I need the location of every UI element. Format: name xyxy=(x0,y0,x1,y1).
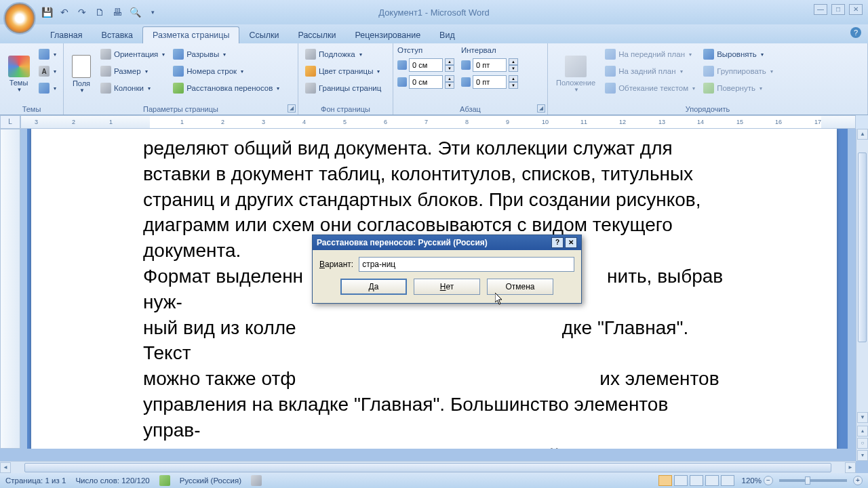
align-button[interactable]: Выровнять▾ xyxy=(701,46,776,62)
view-draft[interactable] xyxy=(721,475,734,486)
spacing-after-input[interactable] xyxy=(473,75,507,89)
bring-front-button[interactable]: На передний план▾ xyxy=(602,46,698,62)
no-button[interactable]: Нет xyxy=(414,279,480,295)
vertical-scrollbar[interactable]: ▲ ▼ ▴ ○ ▾ xyxy=(856,129,868,461)
indent-label: Отступ xyxy=(397,46,454,54)
view-print-layout[interactable] xyxy=(658,475,672,486)
qat-undo[interactable]: ↶ xyxy=(58,6,71,18)
qat-customize[interactable]: ▾ xyxy=(146,6,159,18)
status-proofing-icon[interactable] xyxy=(159,475,170,486)
theme-fonts-button[interactable]: A▾ xyxy=(36,63,59,79)
dialog-close-button[interactable]: ✕ xyxy=(565,237,577,248)
paragraph-dialog-launcher[interactable]: ◢ xyxy=(537,104,545,113)
browse-object-button[interactable]: ○ xyxy=(857,438,868,449)
close-button[interactable]: ✕ xyxy=(849,4,863,15)
spacing-before-spinner[interactable]: ▲▼ xyxy=(461,57,518,73)
wrap-button[interactable]: Обтекание текстом▾ xyxy=(602,80,698,96)
ruler-corner[interactable]: L xyxy=(0,115,20,129)
status-page[interactable]: Страница: 1 из 1 xyxy=(5,476,66,485)
indent-left-icon xyxy=(397,60,407,70)
send-back-button[interactable]: На задний план▾ xyxy=(602,63,698,79)
qat-save[interactable]: 💾 xyxy=(41,6,53,18)
browse-next-button[interactable]: ▾ xyxy=(857,450,868,461)
rotate-icon xyxy=(703,83,714,94)
indent-left-input[interactable] xyxy=(409,58,443,72)
theme-effects-button[interactable]: ▾ xyxy=(36,80,59,96)
breaks-button[interactable]: Разрывы▾ xyxy=(170,46,282,62)
tab-insert[interactable]: Вставка xyxy=(92,27,142,43)
horizontal-scrollbar[interactable]: ◄ ► xyxy=(0,461,856,473)
theme-colors-button[interactable]: ▾ xyxy=(36,46,59,62)
group-page-setup-label: Параметры страницы xyxy=(64,105,298,113)
status-language[interactable]: Русский (Россия) xyxy=(180,476,241,485)
themes-label: Темы xyxy=(9,79,28,87)
variant-input[interactable] xyxy=(359,257,574,272)
rotate-button[interactable]: Повернуть▾ xyxy=(701,80,776,96)
page-setup-dialog-launcher[interactable]: ◢ xyxy=(288,104,296,113)
status-words[interactable]: Число слов: 120/120 xyxy=(75,476,149,485)
yes-button[interactable]: Да xyxy=(340,279,407,295)
margins-label: Поля xyxy=(73,79,90,87)
tab-page-layout[interactable]: Разметка страницы xyxy=(142,26,239,43)
zoom-slider[interactable] xyxy=(779,479,847,482)
maximize-button[interactable]: □ xyxy=(831,4,845,15)
page-borders-button[interactable]: Границы страниц xyxy=(302,80,384,96)
group-button[interactable]: Группировать▾ xyxy=(701,63,776,79)
view-web-layout[interactable] xyxy=(690,475,703,486)
zoom-in-button[interactable]: + xyxy=(853,476,863,485)
themes-button[interactable]: Темы ▼ xyxy=(4,46,33,102)
view-full-screen[interactable] xyxy=(674,475,688,486)
margins-button[interactable]: Поля ▼ xyxy=(68,46,95,102)
scroll-up-button[interactable]: ▲ xyxy=(857,129,868,140)
mouse-cursor xyxy=(495,293,503,305)
watermark-button[interactable]: Подложка▾ xyxy=(302,46,384,62)
minimize-button[interactable]: — xyxy=(814,4,827,15)
zoom-out-button[interactable]: − xyxy=(764,476,773,485)
vertical-ruler[interactable] xyxy=(0,129,20,449)
horizontal-ruler[interactable]: 3211234567891011121314151617 xyxy=(20,115,856,129)
tab-review[interactable]: Рецензирование xyxy=(346,27,431,43)
zoom-slider-thumb[interactable] xyxy=(805,476,810,485)
qat-redo[interactable]: ↷ xyxy=(76,6,88,18)
orientation-button[interactable]: Ориентация▾ xyxy=(98,46,167,62)
office-button[interactable] xyxy=(3,2,36,35)
vertical-scroll-thumb[interactable] xyxy=(858,152,867,342)
scroll-down-button[interactable]: ▼ xyxy=(857,412,868,423)
tab-mailings[interactable]: Рассылки xyxy=(288,27,345,43)
hyphenation-icon xyxy=(173,83,184,94)
hyphenation-dialog: Расстановка переносов: Русский (Россия) … xyxy=(312,235,582,304)
help-icon[interactable]: ? xyxy=(850,27,861,38)
horizontal-scroll-thumb[interactable] xyxy=(24,463,831,472)
tab-references[interactable]: Ссылки xyxy=(239,27,288,43)
qat-new[interactable]: 🗋 xyxy=(94,6,106,18)
tab-view[interactable]: Вид xyxy=(430,27,465,43)
dialog-help-button[interactable]: ? xyxy=(551,237,564,248)
dialog-title-bar[interactable]: Расстановка переносов: Русский (Россия) … xyxy=(313,235,581,250)
spacing-before-input[interactable] xyxy=(473,58,507,72)
tab-home[interactable]: Главная xyxy=(41,27,92,43)
size-icon xyxy=(100,66,111,77)
position-button[interactable]: Положение ▼ xyxy=(552,46,599,102)
spacing-after-spinner[interactable]: ▲▼ xyxy=(461,74,518,90)
qat-print[interactable]: 🖶 xyxy=(111,6,123,18)
columns-button[interactable]: Колонки▾ xyxy=(98,80,167,96)
line-numbers-button[interactable]: Номера строк▾ xyxy=(170,63,282,79)
indent-right-input[interactable] xyxy=(409,75,443,89)
indent-right-spinner[interactable]: ▲▼ xyxy=(397,74,454,90)
ruler-marker: 3 xyxy=(262,119,265,125)
view-outline[interactable] xyxy=(705,475,719,486)
ruler-marker: 5 xyxy=(343,119,347,125)
zoom-level[interactable]: 120% xyxy=(742,476,762,485)
scroll-left-button[interactable]: ◄ xyxy=(0,462,11,473)
indent-left-spinner[interactable]: ▲▼ xyxy=(397,57,454,73)
page-color-button[interactable]: Цвет страницы▾ xyxy=(302,63,384,79)
qat-preview[interactable]: 🔍 xyxy=(129,6,141,18)
breaks-icon xyxy=(173,49,184,60)
wrap-icon xyxy=(605,83,616,94)
hyphenation-button[interactable]: Расстановка переносов▾ xyxy=(170,80,282,96)
scroll-right-button[interactable]: ► xyxy=(845,462,856,473)
size-button[interactable]: Размер▾ xyxy=(98,63,167,79)
browse-prev-button[interactable]: ▴ xyxy=(857,426,868,436)
themes-icon xyxy=(8,56,30,77)
status-macro-icon[interactable] xyxy=(251,475,262,486)
